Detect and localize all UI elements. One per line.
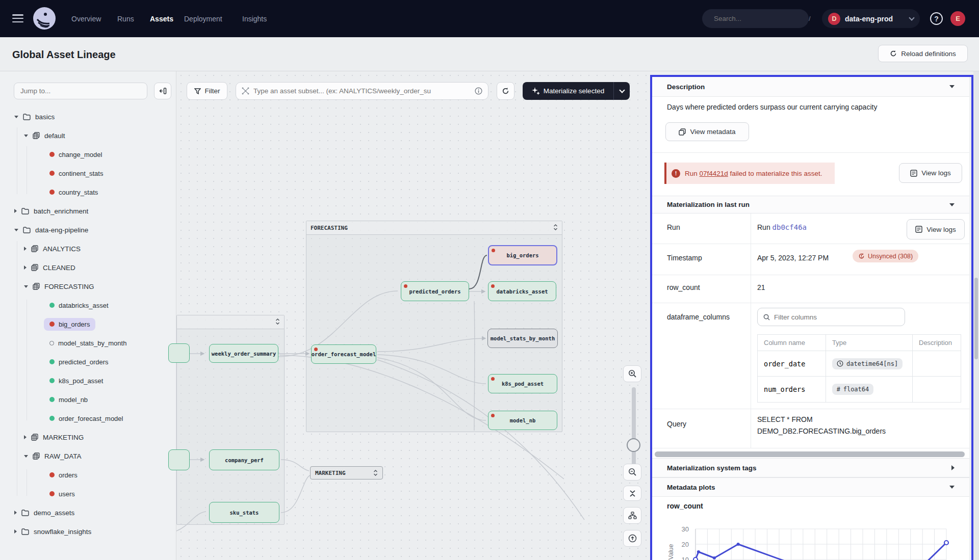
nav-item-deployment[interactable]: Deployment — [184, 0, 222, 37]
asset-node-k8s_pod_asset[interactable]: k8s_pod_asset — [488, 374, 557, 393]
search-input[interactable] — [714, 15, 804, 22]
caret-down-icon[interactable] — [14, 116, 18, 118]
section-materialization[interactable]: Materialization in last run — [652, 196, 969, 214]
section-description[interactable]: Description — [652, 77, 969, 97]
caret-right-icon[interactable] — [14, 209, 17, 213]
asset-node-order_forecast_model[interactable]: order_forecast_model — [311, 344, 376, 364]
asset-node-predicted_orders[interactable]: predicted_orders — [401, 281, 469, 301]
asset-node-weekly_order_summary[interactable]: weekly_order_summary — [209, 344, 278, 363]
expand-collapse-icon[interactable] — [553, 223, 558, 232]
caret-down-icon[interactable] — [24, 135, 28, 137]
hamburger-menu-icon[interactable] — [12, 14, 23, 22]
expand-collapse-icon[interactable] — [275, 317, 280, 327]
section-metadata-plots[interactable]: Metadata plots — [652, 477, 969, 497]
collapsed-group-MARKETING[interactable]: MARKETING — [310, 466, 383, 479]
asset-node-databricks_asset[interactable]: databricks_asset — [488, 281, 556, 301]
tree-item-label: databricks_asset — [59, 302, 109, 309]
view-metadata-button[interactable]: View metadata — [665, 122, 749, 141]
asset-subset-filter[interactable] — [236, 82, 488, 100]
tree-item-RAW_DATA[interactable]: RAW_DATA — [0, 448, 82, 464]
user-avatar[interactable]: E — [950, 11, 965, 26]
help-button[interactable]: ? — [930, 12, 943, 25]
refresh-graph-button[interactable] — [497, 82, 514, 100]
tree-item-orders[interactable]: orders — [0, 467, 83, 483]
nav-item-overview[interactable]: Overview — [71, 0, 101, 37]
layout-graph-button[interactable] — [623, 507, 641, 524]
search-shortcut-hint: / — [809, 15, 811, 22]
section-system-tags[interactable]: Materialization system tags — [652, 458, 969, 477]
caret-down-icon[interactable] — [24, 285, 28, 288]
nav-item-insights[interactable]: Insights — [242, 0, 267, 37]
collapse-sidebar-button[interactable] — [154, 83, 171, 99]
tree-item-country_stats[interactable]: country_stats — [0, 184, 104, 200]
group-icon — [31, 245, 38, 252]
tree-item-MARKETING[interactable]: MARKETING — [0, 430, 84, 445]
global-search[interactable]: / — [702, 9, 809, 28]
view-logs-button[interactable]: View logs — [899, 163, 962, 183]
zoom-in-button[interactable] — [623, 365, 641, 382]
materialize-selected-button[interactable]: Materialize selected — [523, 82, 630, 100]
zoom-slider-track[interactable] — [632, 387, 636, 474]
nav-item-assets[interactable]: Assets — [150, 0, 173, 37]
tree-item-demo_assets[interactable]: demo_assets — [0, 505, 74, 520]
tree-item-ANALYTICS[interactable]: ANALYTICS — [0, 241, 81, 256]
materialize-options-button[interactable] — [613, 82, 630, 100]
deployment-switcher[interactable]: D data-eng-prod — [822, 9, 920, 28]
recenter-button[interactable] — [623, 530, 641, 547]
filter-columns-input[interactable] — [774, 313, 899, 321]
asset-subset-input[interactable] — [253, 87, 471, 95]
copy-icon — [679, 128, 686, 136]
collapse-groups-button[interactable] — [623, 486, 641, 501]
tree-item-data-eng-pipeline[interactable]: data-eng-pipeline — [0, 222, 88, 237]
tree-item-CLEANED[interactable]: CLEANED — [0, 260, 75, 275]
asset-node-clipped[interactable] — [168, 449, 190, 470]
caret-right-icon[interactable] — [24, 265, 27, 270]
zoom-out-button[interactable] — [623, 464, 641, 481]
nav-item-runs[interactable]: Runs — [117, 0, 134, 37]
page-scrollbar-thumb[interactable] — [974, 278, 978, 359]
caret-right-icon[interactable] — [14, 529, 17, 534]
asset-node-model_stats_by_month[interactable]: model_stats_by_month — [487, 329, 558, 348]
caret-right-icon[interactable] — [24, 435, 27, 439]
filter-columns-field[interactable] — [757, 308, 905, 326]
column-description-cell — [913, 377, 961, 402]
tree-item-FORECASTING[interactable]: FORECASTING — [0, 279, 94, 294]
table-header-row: Column nameTypeDescription — [758, 335, 961, 351]
caret-down-icon[interactable] — [24, 455, 28, 458]
filter-button[interactable]: Filter — [187, 82, 227, 100]
tree-item-model_nb[interactable]: model_nb — [0, 392, 93, 407]
asset-node-label: big_orders — [506, 252, 538, 258]
tree-item-big_orders[interactable]: big_orders — [0, 316, 95, 332]
run-id-link[interactable]: db0cf46a — [772, 223, 807, 231]
unsynced-badge[interactable]: Unsynced (308) — [853, 250, 918, 262]
info-icon[interactable] — [475, 87, 482, 95]
caret-down-icon[interactable] — [14, 229, 18, 231]
asset-node-clipped[interactable] — [168, 343, 190, 363]
reload-definitions-button[interactable]: Reload definitions — [878, 45, 968, 62]
tree-item-model_stats_by_month[interactable]: model_stats_by_month — [0, 335, 132, 351]
dataframe-columns-table: Column nameTypeDescription order_date da… — [757, 334, 961, 403]
tree-item-label: CLEANED — [43, 264, 75, 272]
caret-right-icon[interactable] — [14, 511, 17, 515]
tree-item-order_forecast_model[interactable]: order_forecast_model — [0, 411, 128, 426]
asset-node-model_nb[interactable]: model_nb — [488, 411, 557, 430]
asset-node-big_orders[interactable]: big_orders — [488, 245, 557, 265]
tree-item-default[interactable]: default — [0, 128, 65, 143]
asset-node-sku_stats[interactable]: sku_stats — [209, 502, 279, 523]
dagster-logo[interactable] — [32, 6, 57, 33]
tree-item-users[interactable]: users — [0, 486, 81, 501]
zoom-slider-handle[interactable] — [627, 438, 640, 452]
jump-to-input[interactable] — [14, 83, 147, 99]
caret-right-icon[interactable] — [24, 247, 27, 251]
error-icon: ! — [672, 169, 680, 178]
column-type-cell: #float64 — [826, 377, 913, 402]
horizontal-scrollbar[interactable] — [655, 451, 965, 457]
tree-guide-line — [27, 469, 27, 496]
view-logs-button-2[interactable]: View logs — [907, 219, 965, 239]
tree-item-snowflake_insights[interactable]: snowflake_insights — [0, 524, 91, 539]
failed-run-link[interactable]: 07f4421d — [700, 170, 728, 177]
tree-item-basics[interactable]: basics — [0, 109, 55, 124]
tree-item-change_model[interactable]: change_model — [0, 147, 108, 162]
asset-node-company_perf[interactable]: company_perf — [209, 449, 279, 470]
tree-item-batch_enrichment[interactable]: batch_enrichment — [0, 203, 88, 219]
